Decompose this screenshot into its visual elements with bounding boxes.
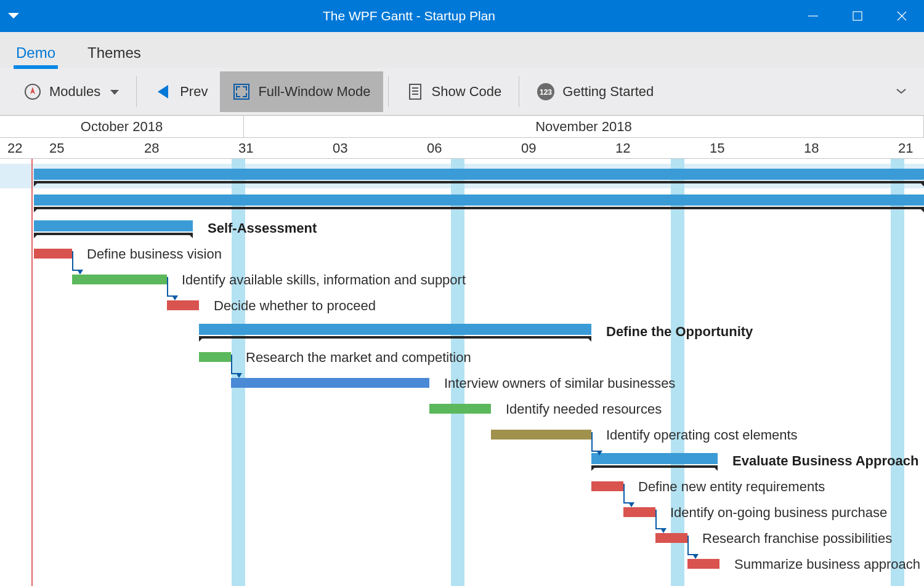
summary-bar[interactable] xyxy=(34,195,924,206)
prev-arrow-icon xyxy=(154,82,172,101)
dependency-arrow-icon xyxy=(172,295,178,300)
task-row[interactable]: Summarize business approach xyxy=(0,552,924,576)
task-bar[interactable] xyxy=(167,300,199,310)
full-window-mode-button[interactable]: Full-Window Mode xyxy=(220,71,383,112)
task-bar[interactable] xyxy=(34,249,72,259)
separator xyxy=(519,76,519,107)
show-code-button[interactable]: Show Code xyxy=(394,71,514,112)
tab-themes[interactable]: Themes xyxy=(85,37,144,68)
dependency-arrow-icon xyxy=(692,554,699,559)
dependency-arrow-icon xyxy=(236,373,242,378)
minimize-button[interactable] xyxy=(791,0,835,32)
dependency-line xyxy=(655,510,657,529)
window-title: The WPF Gantt - Startup Plan xyxy=(27,9,791,23)
steps-icon: 123 xyxy=(537,82,555,101)
svg-marker-6 xyxy=(30,87,35,94)
separator xyxy=(136,76,137,107)
day-tick: 22 xyxy=(7,140,22,156)
summary-row[interactable]: Evaluate Business Approach xyxy=(0,448,924,473)
task-bar[interactable] xyxy=(655,533,687,543)
expand-icon xyxy=(232,82,251,101)
close-button[interactable] xyxy=(880,0,924,32)
dependency-line xyxy=(591,432,593,452)
task-bar[interactable] xyxy=(623,507,655,517)
task-row[interactable]: Research the market and competition xyxy=(0,345,924,369)
task-bar[interactable] xyxy=(429,404,491,414)
task-label: Interview owners of similar businesses xyxy=(444,375,675,391)
summary-bracket xyxy=(199,336,591,339)
getting-started-button[interactable]: 123 Getting Started xyxy=(524,71,666,112)
task-label: Identify needed resources xyxy=(506,401,662,417)
task-row[interactable]: Identify operating cost elements xyxy=(0,422,924,447)
task-label: Define business vision xyxy=(87,246,222,262)
day-tick: 18 xyxy=(804,140,819,156)
prev-button[interactable]: Prev xyxy=(142,71,220,112)
summary-bar[interactable] xyxy=(34,220,193,231)
summary-row[interactable]: Self-Assessment xyxy=(0,215,924,240)
svg-marker-7 xyxy=(110,90,119,95)
dependency-line xyxy=(623,484,625,504)
day-tick: 06 xyxy=(427,140,442,156)
document-icon xyxy=(406,82,424,101)
task-bar[interactable] xyxy=(591,481,623,491)
task-label: Identify operating cost elements xyxy=(606,427,798,443)
summary-label: Evaluate Business Approach xyxy=(732,453,918,469)
summary-bar[interactable] xyxy=(591,453,718,464)
task-bar[interactable] xyxy=(72,275,167,284)
summary-bracket xyxy=(34,181,924,183)
task-row[interactable]: Research franchise possibilities xyxy=(0,526,924,550)
gantt-body[interactable]: Self-AssessmentDefine business visionIde… xyxy=(0,159,924,586)
dependency-line xyxy=(167,277,168,297)
task-bar[interactable] xyxy=(199,352,231,362)
summary-row[interactable]: Define the Opportunity xyxy=(0,319,924,343)
dependency-arrow-icon xyxy=(628,502,634,507)
task-row[interactable]: Decide whether to proceed xyxy=(0,293,924,318)
dependency-line xyxy=(231,355,232,374)
summary-bar[interactable] xyxy=(34,169,924,180)
tab-demo[interactable]: Demo xyxy=(14,37,58,68)
task-bar[interactable] xyxy=(231,378,429,388)
task-row[interactable]: Define business vision xyxy=(0,241,924,266)
modules-dropdown[interactable]: Modules xyxy=(11,71,131,112)
getting-started-label: Getting Started xyxy=(562,84,654,100)
dependency-line xyxy=(72,251,73,271)
chevron-down-icon xyxy=(110,84,119,100)
compass-icon xyxy=(23,82,42,101)
summary-bracket xyxy=(591,465,718,468)
day-row: 2225283103060912151821 xyxy=(0,138,924,159)
task-row[interactable]: Identify on-going business purchase xyxy=(0,500,924,524)
task-label: Summarize business approach xyxy=(734,556,920,572)
summary-row[interactable] xyxy=(0,190,924,214)
task-row[interactable]: Identify needed resources xyxy=(0,396,924,421)
task-label: Research the market and competition xyxy=(246,350,471,366)
task-label: Identify available skills, information a… xyxy=(182,272,466,288)
task-row[interactable]: Identify available skills, information a… xyxy=(0,267,924,292)
summary-label: Define the Opportunity xyxy=(606,324,753,340)
task-bar[interactable] xyxy=(491,430,591,440)
day-tick: 21 xyxy=(898,140,913,156)
day-tick: 25 xyxy=(49,140,64,156)
task-label: Research franchise possibilities xyxy=(702,531,892,547)
task-bar[interactable] xyxy=(687,559,719,569)
task-row[interactable]: Interview owners of similar businesses xyxy=(0,371,924,395)
maximize-button[interactable] xyxy=(835,0,880,32)
day-tick: 28 xyxy=(144,140,159,156)
separator xyxy=(388,76,389,107)
month-cell: November 2018 xyxy=(244,116,924,137)
day-tick: 03 xyxy=(333,140,347,156)
month-cell: October 2018 xyxy=(0,116,244,137)
day-tick: 31 xyxy=(238,140,253,156)
dependency-arrow-icon xyxy=(77,270,83,275)
show-code-label: Show Code xyxy=(432,84,502,100)
titlebar: The WPF Gantt - Startup Plan xyxy=(0,0,924,32)
quick-access-toggle[interactable] xyxy=(0,13,27,19)
window-controls xyxy=(791,0,924,32)
task-row[interactable]: Define new entity requirements xyxy=(0,474,924,499)
ribbon-collapse-icon[interactable] xyxy=(890,86,913,97)
summary-bracket xyxy=(34,207,924,209)
tab-strip: Demo Themes xyxy=(0,32,924,68)
summary-row[interactable] xyxy=(0,164,924,188)
summary-bar[interactable] xyxy=(199,324,591,335)
svg-rect-2 xyxy=(853,12,862,20)
svg-marker-8 xyxy=(158,85,168,98)
